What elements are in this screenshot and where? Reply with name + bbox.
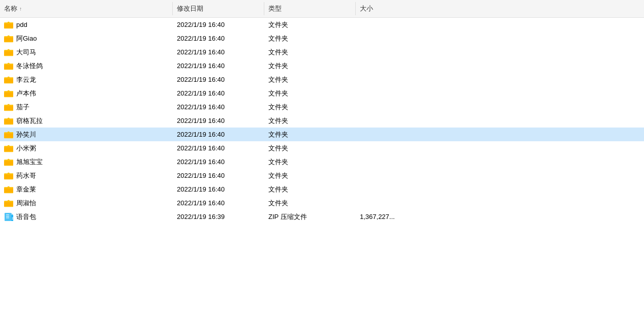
table-row[interactable]: 冬泳怪鸽 2022/1/19 16:40 文件夹 — [0, 59, 644, 73]
sort-arrow: ↑ — [19, 6, 22, 12]
folder-icon — [4, 172, 13, 180]
file-name-cell: 章金莱 — [0, 184, 173, 195]
table-row[interactable]: 孙笑川 2022/1/19 16:40 文件夹 — [0, 128, 644, 141]
svg-rect-29 — [4, 147, 13, 151]
file-list: pdd 2022/1/19 16:40 文件夹 阿Giao 2022/1/19 … — [0, 18, 644, 315]
file-name: 卢本伟 — [16, 89, 36, 98]
table-row[interactable]: 窃格瓦拉 2022/1/19 16:40 文件夹 — [0, 114, 644, 128]
header-type[interactable]: 类型 — [264, 2, 356, 15]
header-size-label: 大小 — [360, 4, 373, 13]
table-row[interactable]: pdd 2022/1/19 16:40 文件夹 — [0, 18, 644, 32]
table-row[interactable]: 小米粥 2022/1/19 16:40 文件夹 — [0, 141, 644, 155]
file-type: 文件夹 — [264, 184, 356, 195]
svg-text:Z: Z — [12, 217, 13, 220]
file-type: 文件夹 — [264, 33, 356, 44]
svg-rect-26 — [4, 133, 13, 138]
folder-icon — [4, 117, 13, 125]
file-name-cell: 旭旭宝宝 — [0, 156, 173, 168]
table-row[interactable]: Z 语音包 2022/1/19 16:39 ZIP 压缩文件 1,367,227… — [0, 210, 644, 224]
folder-icon — [4, 158, 13, 166]
folder-icon — [4, 131, 13, 139]
file-size — [356, 38, 427, 40]
file-name-cell: 大司马 — [0, 47, 173, 58]
table-row[interactable]: 周淑怡 2022/1/19 16:40 文件夹 — [0, 196, 644, 210]
file-date: 2022/1/19 16:39 — [173, 212, 264, 222]
svg-rect-5 — [4, 37, 13, 42]
file-type: 文件夹 — [264, 102, 356, 113]
file-date: 2022/1/19 16:40 — [173, 75, 264, 84]
table-row[interactable]: 阿Giao 2022/1/19 16:40 文件夹 — [0, 32, 644, 45]
folder-icon — [4, 144, 13, 152]
file-date: 2022/1/19 16:40 — [173, 184, 264, 194]
table-row[interactable]: 大司马 2022/1/19 16:40 文件夹 — [0, 45, 644, 59]
svg-rect-45 — [6, 214, 9, 215]
file-name-cell: 茄子 — [0, 102, 173, 113]
table-row[interactable]: 章金莱 2022/1/19 16:40 文件夹 — [0, 182, 644, 196]
file-name: 李云龙 — [16, 75, 36, 84]
file-size: 1,367,227... — [356, 212, 427, 222]
file-size — [356, 106, 427, 108]
svg-rect-20 — [4, 106, 13, 110]
file-name: 孙笑川 — [16, 130, 36, 139]
svg-rect-23 — [4, 119, 13, 124]
header-name-label: 名称 — [4, 4, 17, 13]
folder-icon — [4, 21, 13, 29]
file-name-cell: pdd — [0, 20, 173, 30]
svg-marker-43 — [11, 213, 13, 215]
folder-icon — [4, 62, 13, 70]
header-size[interactable]: 大小 — [356, 2, 427, 15]
file-name-cell: 李云龙 — [0, 74, 173, 85]
table-row[interactable]: 李云龙 2022/1/19 16:40 文件夹 — [0, 73, 644, 86]
header-date[interactable]: 修改日期 — [173, 2, 264, 15]
file-type: 文件夹 — [264, 74, 356, 85]
table-row[interactable]: 茄子 2022/1/19 16:40 文件夹 — [0, 100, 644, 114]
file-date: 2022/1/19 16:40 — [173, 34, 264, 43]
file-size — [356, 24, 427, 26]
file-name: 章金莱 — [16, 185, 36, 194]
svg-rect-32 — [4, 161, 13, 165]
file-type: 文件夹 — [264, 88, 356, 99]
svg-rect-47 — [6, 217, 9, 218]
folder-icon — [4, 89, 13, 98]
file-name-cell: 阿Giao — [0, 33, 173, 44]
table-row[interactable]: 旭旭宝宝 2022/1/19 16:40 文件夹 — [0, 155, 644, 169]
file-size — [356, 202, 427, 204]
file-name: 茄子 — [16, 103, 29, 112]
folder-icon — [4, 35, 13, 43]
table-row[interactable]: 药水哥 2022/1/19 16:40 文件夹 — [0, 169, 644, 182]
file-type: 文件夹 — [264, 156, 356, 168]
table-header: 名称 ↑ 修改日期 类型 大小 — [0, 0, 644, 18]
file-type: 文件夹 — [264, 198, 356, 209]
folder-icon — [4, 185, 13, 194]
header-type-label: 类型 — [268, 4, 282, 13]
file-name: 旭旭宝宝 — [16, 158, 43, 167]
table-row[interactable]: 卢本伟 2022/1/19 16:40 文件夹 — [0, 86, 644, 100]
folder-icon — [4, 103, 13, 111]
file-name: 窃格瓦拉 — [16, 116, 43, 125]
file-name-cell: 药水哥 — [0, 170, 173, 181]
svg-rect-46 — [6, 216, 9, 217]
file-size — [356, 51, 427, 53]
svg-rect-41 — [4, 202, 13, 206]
file-name: 小米粥 — [16, 144, 36, 153]
folder-icon — [4, 199, 13, 207]
file-name-cell: 小米粥 — [0, 143, 173, 154]
file-type: 文件夹 — [264, 19, 356, 30]
svg-rect-35 — [4, 174, 13, 179]
file-size — [356, 161, 427, 163]
file-type: 文件夹 — [264, 47, 356, 58]
file-date: 2022/1/19 16:40 — [173, 88, 264, 98]
file-name: 语音包 — [16, 212, 36, 222]
file-name-cell: Z 语音包 — [0, 211, 173, 223]
file-name: 周淑怡 — [16, 199, 36, 208]
file-date: 2022/1/19 16:40 — [173, 143, 264, 153]
svg-rect-11 — [4, 65, 13, 69]
file-name-cell: 周淑怡 — [0, 198, 173, 209]
file-name-cell: 卢本伟 — [0, 88, 173, 99]
file-date: 2022/1/19 16:40 — [173, 47, 264, 57]
file-name-cell: 窃格瓦拉 — [0, 115, 173, 127]
file-type: 文件夹 — [264, 143, 356, 154]
header-name[interactable]: 名称 ↑ — [0, 2, 173, 15]
svg-rect-38 — [4, 188, 13, 193]
file-date: 2022/1/19 16:40 — [173, 171, 264, 180]
